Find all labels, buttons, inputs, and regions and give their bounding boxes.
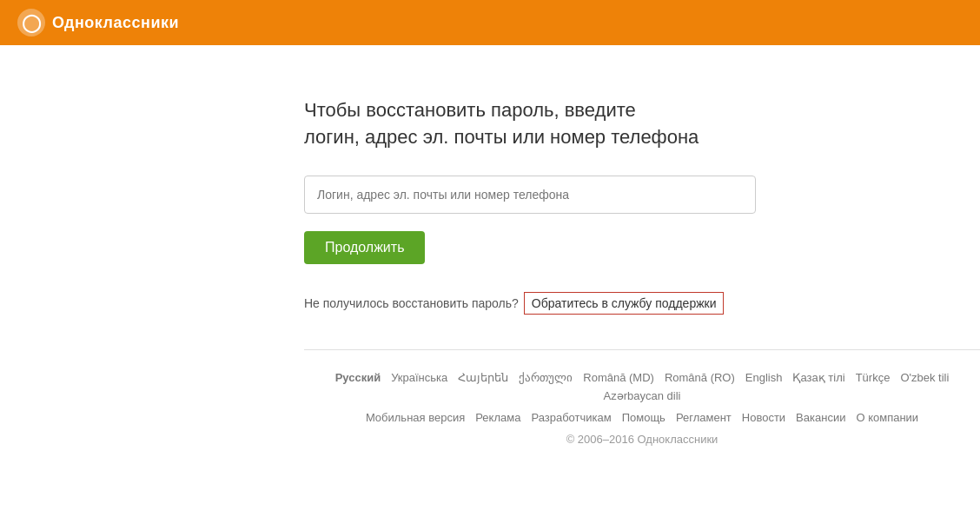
footer-about[interactable]: О компании bbox=[856, 411, 918, 424]
footer-news[interactable]: Новости bbox=[742, 411, 785, 424]
lang-kazakh[interactable]: Қазақ тілі bbox=[792, 371, 844, 384]
lang-azerbaijani[interactable]: Azərbaycan dili bbox=[604, 389, 681, 402]
support-section: Не получилось восстановить пароль? Обрат… bbox=[304, 292, 724, 315]
lang-armenian[interactable]: Հայերեն bbox=[458, 371, 508, 384]
lang-romanian-ro[interactable]: Română (RO) bbox=[665, 371, 735, 384]
footer-mobile[interactable]: Мобильная версия bbox=[366, 411, 465, 424]
lang-russian[interactable]: Русский bbox=[335, 371, 381, 384]
lang-romanian-md[interactable]: Română (MD) bbox=[583, 371, 654, 384]
copyright: © 2006–2016 Одноклассники bbox=[566, 433, 718, 446]
lang-turkish[interactable]: Türkçe bbox=[856, 371, 891, 384]
lang-uzbek[interactable]: O'zbek tili bbox=[900, 371, 949, 384]
language-selector: Русский Українська Հայերեն ქართული Român… bbox=[321, 371, 963, 402]
footer-links: Мобильная версия Реклама Разработчикам П… bbox=[366, 411, 918, 424]
continue-button[interactable]: Продолжить bbox=[304, 231, 425, 264]
site-footer: Русский Українська Հայերեն ქართული Român… bbox=[304, 371, 980, 446]
login-input[interactable] bbox=[304, 176, 756, 214]
logo-icon: ◯ bbox=[17, 9, 45, 36]
lang-ukrainian[interactable]: Українська bbox=[391, 371, 447, 384]
main-content: Чтобы восстановить пароль, введите логин… bbox=[0, 45, 980, 481]
footer-careers[interactable]: Вакансии bbox=[796, 411, 845, 424]
page-title: Чтобы восстановить пароль, введите логин… bbox=[304, 97, 699, 151]
footer-terms[interactable]: Регламент bbox=[676, 411, 732, 424]
support-link[interactable]: Обратитесь в службу поддержки bbox=[524, 292, 725, 315]
lang-english[interactable]: English bbox=[745, 371, 783, 384]
support-text: Не получилось восстановить пароль? bbox=[304, 296, 519, 310]
logo[interactable]: ◯ Одноклассники bbox=[17, 9, 179, 36]
footer-ads[interactable]: Реклама bbox=[475, 411, 520, 424]
divider bbox=[304, 349, 980, 350]
site-header: ◯ Одноклассники bbox=[0, 0, 980, 45]
logo-text: Одноклассники bbox=[52, 14, 179, 32]
footer-developers[interactable]: Разработчикам bbox=[531, 411, 611, 424]
footer-help[interactable]: Помощь bbox=[622, 411, 665, 424]
lang-georgian[interactable]: ქართული bbox=[519, 371, 573, 384]
